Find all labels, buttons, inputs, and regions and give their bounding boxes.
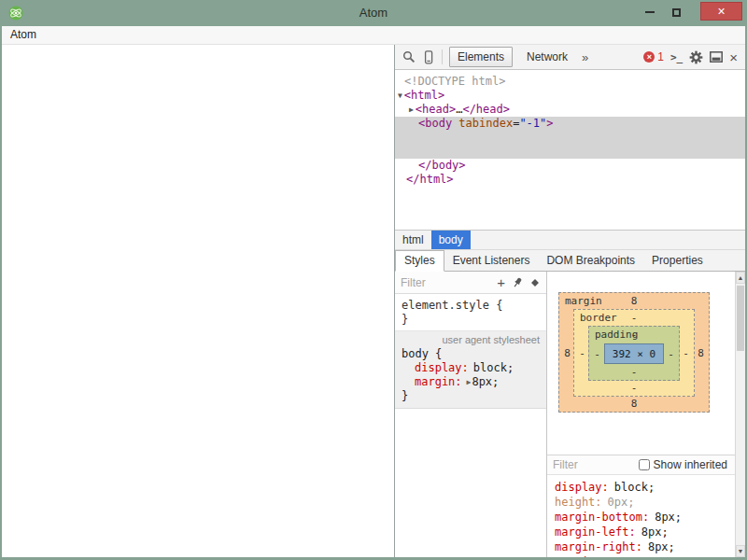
property-value[interactable]: 8px; (472, 375, 499, 388)
border-left-value[interactable]: - (576, 347, 588, 359)
more-tabs-icon[interactable]: » (582, 50, 588, 64)
tab-styles[interactable]: Styles (395, 250, 444, 272)
sidebar-body: + element.style { } user agent stylesh (395, 272, 745, 557)
tree-node-head[interactable]: ▶<head>…</head> (395, 103, 745, 117)
computed-property[interactable]: display:block; (555, 480, 735, 495)
body-open-tag-end: > (546, 117, 553, 130)
computed-name: margin-bottom: (555, 511, 649, 524)
computed-property[interactable]: margin-top:8px; (555, 554, 735, 557)
twisty-expanded-icon[interactable]: ▼ (398, 91, 402, 100)
margin-right-value[interactable]: 8 (695, 347, 707, 359)
html-close-tag: </html> (406, 173, 454, 186)
tree-node-body-close[interactable]: </body> (395, 159, 745, 173)
style-property-display[interactable]: display:block; (402, 361, 540, 375)
menu-atom[interactable]: Atom (10, 28, 36, 41)
styles-filter-input[interactable] (401, 276, 490, 289)
doctype-text: <!DOCTYPE html> (404, 75, 505, 88)
computed-style-list: display:block; height:0px; margin-bottom… (547, 475, 735, 557)
tree-node-body-content[interactable] (395, 145, 745, 159)
computed-property[interactable]: margin-right:8px; (555, 539, 735, 554)
scroll-down-icon[interactable]: ▼ (736, 545, 745, 557)
console-icon[interactable]: >_ (670, 51, 683, 63)
border-right-value[interactable]: - (680, 347, 692, 359)
element-style-rule[interactable]: element.style { } (395, 294, 546, 331)
expand-shorthand-icon[interactable]: ▶ (467, 378, 472, 386)
box-model-content[interactable]: 392 × 0 (604, 343, 664, 364)
editor-pane[interactable] (2, 45, 394, 557)
new-style-rule-icon[interactable]: + (497, 278, 505, 287)
tab-elements[interactable]: Elements (449, 47, 513, 67)
breadcrumb: html body (395, 230, 745, 249)
window-title: Atom (2, 0, 745, 26)
minimize-button[interactable] (639, 4, 661, 21)
atom-logo-icon (8, 6, 23, 21)
computed-value: block; (614, 481, 655, 494)
element-style-selector[interactable]: element.style { (402, 299, 540, 313)
maximize-button[interactable] (665, 4, 687, 21)
box-model-padding[interactable]: padding- - 392 × 0 - - (588, 326, 680, 381)
error-count-button[interactable]: ×1 (643, 50, 664, 63)
head-close-tag: </head> (462, 103, 510, 116)
titlebar[interactable]: Atom × (2, 0, 745, 26)
tab-dom-breakpoints[interactable]: DOM Breakpoints (538, 250, 643, 271)
computed-value: 8px; (634, 555, 661, 557)
border-label: border (580, 310, 617, 326)
inspect-element-icon[interactable] (402, 50, 416, 63)
error-count-label: 1 (657, 50, 664, 63)
html-open-tag: <html> (404, 89, 444, 102)
toolbar-divider (442, 49, 443, 64)
user-agent-style-rule[interactable]: user agent stylesheet body { display:blo… (395, 331, 546, 409)
breadcrumb-body[interactable]: body (431, 231, 471, 249)
tree-node-body[interactable]: <body tabindex="-1"> (395, 117, 745, 131)
computed-name: display: (555, 481, 609, 494)
body-attr-value: "-1" (519, 117, 546, 130)
tab-network[interactable]: Network (519, 48, 575, 66)
box-model-margin[interactable]: margin8 8 border- - padding- (558, 292, 710, 413)
tree-node-html-close[interactable]: </html> (395, 173, 745, 187)
margin-left-value[interactable]: 8 (561, 347, 573, 359)
breadcrumb-html[interactable]: html (395, 231, 431, 249)
minimize-icon (645, 11, 655, 13)
tree-node-body-content[interactable] (395, 131, 745, 145)
padding-left-value[interactable]: - (591, 348, 603, 360)
style-property-margin[interactable]: margin:▶8px; (402, 375, 540, 389)
tab-event-listeners[interactable]: Event Listeners (444, 250, 539, 271)
devtools-close-icon[interactable]: × (729, 49, 738, 65)
box-model-border[interactable]: border- - padding- - 392 × 0 (573, 309, 695, 397)
stylesheet-origin-label: user agent stylesheet (402, 333, 540, 347)
border-bottom-value[interactable]: - (631, 382, 638, 394)
property-name[interactable]: margin: (415, 375, 462, 388)
scroll-up-icon[interactable]: ▲ (736, 272, 745, 284)
settings-gear-icon[interactable] (689, 50, 703, 64)
padding-bottom-value[interactable]: - (631, 366, 638, 378)
tree-node-html[interactable]: ▼<html> (395, 89, 745, 103)
window-content: Elements Network » ×1 >_ (2, 45, 745, 557)
computed-name: height: (555, 496, 602, 509)
margin-top-value[interactable]: 8 (631, 295, 638, 307)
twisty-collapsed-icon[interactable]: ▶ (409, 105, 414, 114)
close-button[interactable]: × (700, 2, 742, 21)
margin-bottom-value[interactable]: 8 (631, 398, 638, 410)
dock-side-icon[interactable] (710, 50, 723, 63)
computed-value: 8px; (655, 511, 682, 524)
tab-properties[interactable]: Properties (643, 250, 712, 271)
computed-style-icon[interactable] (529, 277, 541, 288)
element-state-pin-icon[interactable] (512, 277, 523, 288)
scrollbar-track[interactable] (736, 284, 745, 545)
body-rule-selector[interactable]: body { (402, 347, 540, 361)
show-inherited-checkbox[interactable] (639, 459, 650, 470)
computed-property[interactable]: height:0px; (555, 495, 735, 510)
computed-property[interactable]: margin-left:8px; (555, 525, 735, 539)
computed-property[interactable]: margin-bottom:8px; (555, 510, 735, 525)
device-mode-icon[interactable] (422, 50, 435, 64)
border-top-value[interactable]: - (631, 312, 638, 324)
scrollbar-thumb[interactable] (737, 286, 744, 351)
sidebar-scrollbar[interactable]: ▲ ▼ (735, 272, 745, 557)
tree-node-doctype[interactable]: <!DOCTYPE html> (395, 75, 745, 89)
atom-window: Atom × Atom Elements Network » (0, 0, 747, 560)
styles-filter-bar: + (395, 272, 546, 294)
property-name[interactable]: display: (415, 361, 469, 374)
padding-right-value[interactable]: - (665, 348, 677, 360)
property-value[interactable]: block; (473, 361, 514, 374)
computed-filter-input[interactable] (553, 458, 618, 471)
